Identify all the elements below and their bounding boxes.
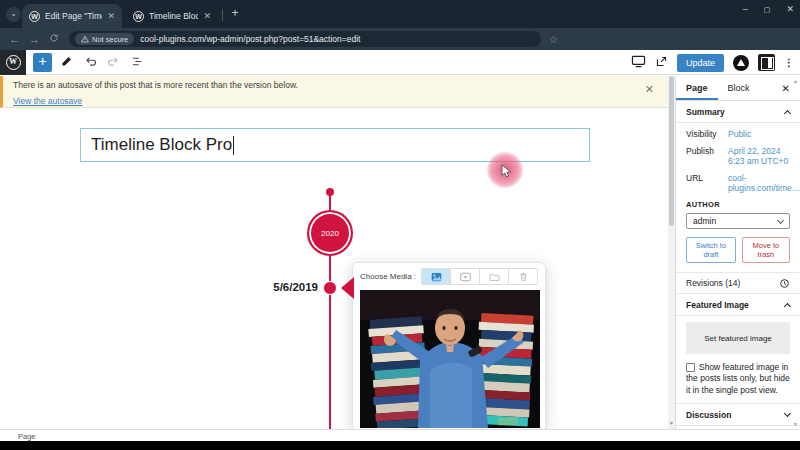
text-caret — [233, 136, 234, 155]
revisions-row[interactable]: Revisions (14) — [676, 272, 800, 294]
wordpress-favicon-icon: W — [29, 11, 40, 22]
undo-icon[interactable] — [84, 54, 100, 70]
preview-desktop-icon[interactable] — [631, 54, 646, 72]
breadcrumb: Page — [18, 432, 36, 441]
tab-close-icon[interactable]: ✕ — [107, 11, 115, 21]
discussion-section-header[interactable]: Discussion — [676, 404, 800, 426]
tab-page[interactable]: Page — [676, 76, 718, 100]
author-select[interactable]: admin — [686, 213, 790, 229]
browser-tab-inactive[interactable]: W Timeline Block Pro - Cool Plu ✕ — [126, 4, 218, 28]
warning-icon — [81, 35, 89, 43]
close-button[interactable]: ✕ — [786, 4, 794, 16]
url-row: URL cool-plugins.com/time… — [686, 173, 790, 193]
editor-toolbar-right: Update ⋮ — [631, 50, 794, 75]
editor-options-icon[interactable]: ⋮ — [784, 57, 794, 68]
featured-image-section-header[interactable]: Featured Image — [676, 294, 800, 316]
featured-image-title: Featured Image — [686, 300, 749, 310]
visibility-label: Visibility — [686, 129, 728, 139]
choose-media-popup: Choose Media : — [352, 262, 546, 429]
revisions-label: Revisions (14) — [686, 278, 740, 288]
switch-to-draft-button[interactable]: Switch to draft — [686, 237, 736, 263]
video-media-button[interactable] — [451, 269, 480, 284]
back-icon[interactable]: ← — [9, 33, 20, 45]
tab-close-icon[interactable]: ✕ — [203, 11, 211, 21]
forward-icon[interactable]: → — [29, 33, 40, 45]
url-value-link[interactable]: cool-plugins.com/time… — [728, 173, 800, 193]
minimize-button[interactable]: – — [743, 4, 748, 16]
remove-media-button[interactable] — [509, 269, 537, 284]
publish-value-link[interactable]: April 22, 2024 6:23 am UTC+0 — [728, 146, 790, 166]
checkbox[interactable] — [686, 363, 695, 372]
sidebar-scroll-down-icon[interactable]: ▼ — [793, 421, 798, 427]
notice-close-icon[interactable]: ✕ — [645, 83, 654, 96]
content-scrollbar[interactable]: ▼ — [668, 76, 675, 429]
block-inserter-button[interactable]: + — [33, 53, 52, 72]
redo-icon[interactable] — [106, 54, 122, 70]
view-autosave-link[interactable]: View the autosave — [13, 96, 82, 106]
scrollbar-thumb[interactable] — [669, 76, 674, 226]
move-to-trash-button[interactable]: Move to trash — [742, 237, 790, 263]
folder-icon — [489, 272, 500, 282]
folder-media-button[interactable] — [480, 269, 509, 284]
browser-tabstrip: ⌄ W Edit Page "Timeline Block Pro" ✕ W T… — [0, 0, 800, 28]
author-label: AUTHOR — [686, 200, 790, 209]
media-photo[interactable]: ▒▒▒▒ — [360, 290, 540, 428]
author-select-value: admin — [693, 216, 716, 226]
summary-fields: Visibility Public Publish April 22, 2024… — [676, 123, 800, 263]
notice-text: There is an autosave of this post that i… — [13, 80, 658, 90]
edit-tool-icon[interactable] — [60, 54, 76, 70]
video-icon — [460, 272, 471, 282]
set-featured-image-button[interactable]: Set featured image — [686, 322, 790, 354]
history-icon — [779, 278, 790, 289]
tab-search-icon[interactable]: ⌄ — [6, 7, 21, 22]
image-icon — [431, 272, 442, 282]
visibility-value-link[interactable]: Public — [728, 129, 751, 139]
view-page-external-icon[interactable] — [655, 54, 668, 72]
tab-separator — [222, 9, 223, 21]
browser-tab-active[interactable]: W Edit Page "Timeline Block Pro" ✕ — [22, 4, 122, 28]
plugin-icon[interactable] — [733, 55, 749, 71]
chevron-down-icon — [784, 410, 791, 417]
tab-title: Timeline Block Pro - Cool Plu — [149, 11, 198, 21]
chevron-up-icon — [784, 109, 791, 116]
settings-panel-toggle[interactable] — [758, 54, 775, 71]
timeline-year-badge[interactable]: 2020 — [307, 210, 353, 256]
publish-row: Publish April 22, 2024 6:23 am UTC+0 — [686, 146, 790, 166]
sidebar-tabs: Page Block ✕ — [676, 76, 800, 101]
scrollbar-down-icon[interactable]: ▼ — [668, 420, 675, 426]
timeline-date-label[interactable]: 5/6/2019 — [228, 281, 318, 293]
tab-block[interactable]: Block — [718, 76, 760, 100]
chevron-down-icon — [777, 216, 784, 223]
page-title-text: Timeline Block Pro — [91, 135, 232, 155]
visibility-row: Visibility Public — [686, 129, 790, 139]
list-view-icon[interactable] — [130, 54, 146, 70]
featured-image-checkbox-row: Show featured image in the posts lists o… — [676, 360, 800, 404]
security-badge[interactable]: Not secure — [75, 33, 134, 45]
popup-arrow — [341, 277, 354, 299]
wordpress-logo[interactable]: W — [0, 50, 26, 75]
editor-canvas: Timeline Block Pro 2020 5/6/2019 Choose … — [0, 108, 668, 429]
browser-addressbar: ← → Not secure cool-plugins.com/wp-admin… — [0, 28, 800, 50]
url-text: cool-plugins.com/wp-admin/post.php?post=… — [140, 34, 360, 44]
autosave-notice: There is an autosave of this post that i… — [0, 76, 668, 108]
url-bar[interactable]: Not secure cool-plugins.com/wp-admin/pos… — [69, 31, 541, 47]
bookmark-star-icon[interactable]: ☆ — [549, 34, 558, 45]
image-media-button[interactable] — [422, 269, 451, 284]
chevron-up-icon — [784, 302, 791, 309]
editor-toolbar: W + Update ⋮ — [0, 50, 800, 75]
browser-window: ⌄ W Edit Page "Timeline Block Pro" ✕ W T… — [0, 0, 800, 450]
reload-icon[interactable] — [49, 33, 59, 45]
new-tab-button[interactable]: + — [228, 7, 242, 21]
maximize-button[interactable]: ▢ — [764, 4, 771, 16]
mouse-cursor-icon — [501, 164, 512, 178]
summary-section-header[interactable]: Summary — [676, 101, 800, 123]
publish-label: Publish — [686, 146, 728, 166]
cursor-highlight — [487, 152, 523, 188]
editor-footer: Page — [0, 429, 800, 441]
choose-media-label: Choose Media : — [360, 272, 416, 281]
checkbox-label: Show featured image in the posts lists o… — [686, 362, 790, 395]
update-button[interactable]: Update — [677, 54, 724, 72]
timeline-date-dot[interactable] — [323, 281, 337, 295]
wordpress-favicon-icon: W — [133, 11, 144, 22]
sidebar-close-icon[interactable]: ✕ — [782, 83, 790, 94]
